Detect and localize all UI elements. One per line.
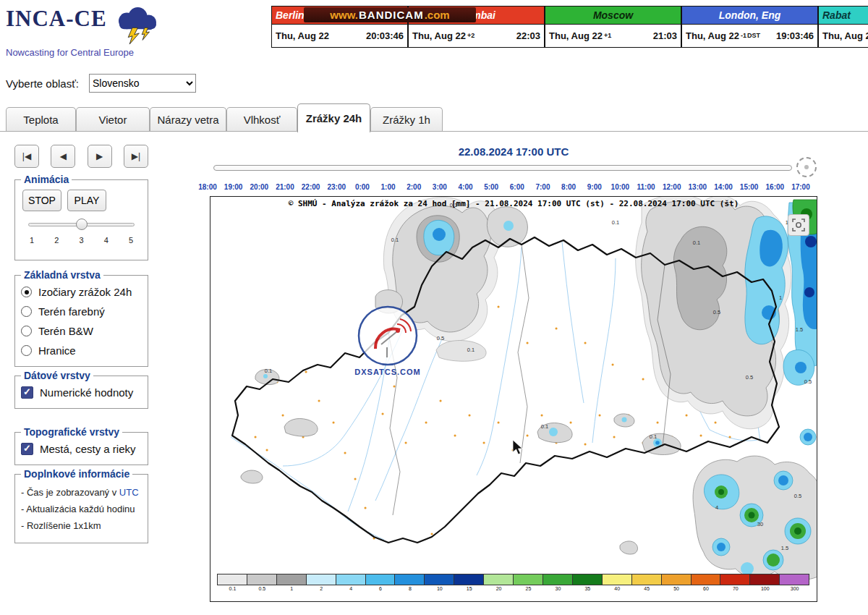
svg-text:1.5: 1.5	[796, 326, 803, 333]
clock-date: Thu, Aug 22	[686, 30, 739, 41]
numeric-values-option[interactable]: Numerické hodnoty	[21, 383, 142, 402]
utc-link[interactable]: UTC	[119, 487, 139, 498]
timeline-tick: 12:00	[663, 183, 681, 191]
svg-text:0.1: 0.1	[541, 423, 548, 430]
frame-navigation: |◀ ◀ ▶ ▶|	[14, 145, 148, 168]
svg-text:0.1: 0.1	[612, 219, 619, 226]
tab-zrazky-24h[interactable]: Zrážky 24h	[297, 103, 370, 132]
clock-city-label: Rabat	[822, 9, 851, 21]
animation-panel: Animácia STOP PLAY 1 2 3 4 5	[14, 174, 148, 260]
timeline-tick: 6:00	[510, 183, 524, 191]
clock-moscow: Moscow Thu, Aug 22+121:03	[545, 6, 681, 48]
base-layer-option[interactable]: Izočiary zrážok 24h	[21, 282, 142, 302]
clock-city-banner: London, Eng	[682, 7, 817, 25]
timeline-tick: 14:00	[714, 183, 733, 191]
tab-vlhkost[interactable]: Vlhkosť	[226, 107, 297, 132]
logo: INCA-CE Nowcasting for Central Europe	[6, 6, 163, 58]
radio-icon[interactable]	[21, 287, 32, 297]
speed-slider[interactable]	[28, 219, 135, 232]
tab-vietor[interactable]: Vietor	[76, 107, 150, 132]
precipitation-layer	[241, 197, 817, 580]
map-zoom-icon[interactable]	[788, 214, 809, 236]
first-frame-button[interactable]: |◀	[14, 145, 39, 168]
topo-layers-panel: Topografické vrstvy Mestá, cesty a rieky	[14, 426, 148, 465]
precipitation-map: 0.50.10.10.10.10.10.50.511.51.50.50.10.1…	[210, 197, 817, 602]
colorbar-step: 25	[514, 574, 543, 591]
topo-layers-checkbox[interactable]	[21, 443, 33, 455]
dxsatcs-watermark: DXSATCS.COM	[354, 307, 420, 376]
region-label: Vyberte oblasť:	[6, 77, 79, 90]
previous-frame-button[interactable]: ◀	[51, 145, 75, 168]
data-layers-panel: Dátové vrstvy Numerické hodnoty	[14, 370, 148, 409]
tab-teplota[interactable]: Teplota	[6, 107, 76, 132]
colorbar-step: 6	[366, 574, 396, 591]
map-panel[interactable]: © SHMÚ - Analýza zrážok za 24 hod [mm] -…	[210, 196, 817, 602]
base-layer-option[interactable]: Terén farebný	[21, 302, 142, 321]
timeline-tick: 22:00	[302, 183, 320, 191]
logo-subtitle: Nowcasting for Central Europe	[6, 47, 163, 58]
clock-rabat: Rabat Thu, Aug 22	[818, 6, 868, 48]
tab-narazy-vetra[interactable]: Nárazy vetra	[150, 107, 226, 132]
last-frame-button[interactable]: ▶|	[124, 145, 148, 168]
colorbar-step: 2	[307, 574, 336, 591]
topo-layers-option[interactable]: Mestá, cesty a rieky	[21, 439, 142, 459]
colorbar-step: 20	[484, 574, 514, 591]
data-layers-legend: Dátové vrstvy	[21, 370, 93, 381]
timeline-tick: 20:00	[250, 183, 269, 191]
colorbar-step: 15	[454, 574, 484, 591]
clock-city-label: Moscow	[593, 9, 633, 21]
timeline-tick: 9:00	[587, 183, 602, 191]
colorbar-step: 8	[395, 574, 425, 591]
colorbar-step: 40	[603, 574, 632, 591]
base-layer-option[interactable]: Terén B&W	[21, 321, 142, 341]
extra-info-panel: Doplnkové informácie - Čas je zobrazovan…	[14, 468, 148, 543]
speed-slider-thumb[interactable]	[76, 219, 88, 230]
radio-icon[interactable]	[21, 345, 32, 356]
clock-time: 21:03	[653, 30, 677, 41]
numeric-values-checkbox[interactable]	[21, 386, 33, 399]
clock-time: 20:03:46	[366, 30, 404, 41]
speed-scale: 1 2 3 4 5	[30, 236, 133, 245]
animation-legend: Animácia	[21, 174, 72, 185]
svg-text:0.5: 0.5	[746, 374, 753, 381]
clock-time-row: Thu, Aug 22+121:03	[545, 25, 681, 46]
dxsatcs-label: DXSATCS.COM	[354, 368, 420, 376]
timeline-tick: 21:00	[276, 183, 294, 191]
tab-divider	[0, 131, 868, 132]
extra-info-legend: Doplnkové informácie	[21, 468, 132, 480]
svg-text:4: 4	[715, 504, 718, 511]
colorbar-step: 50	[662, 574, 692, 591]
clock-city-label: London, Eng	[719, 9, 781, 21]
timeline-tick: 2:00	[407, 183, 421, 191]
radio-icon[interactable]	[21, 326, 32, 336]
time-slider-track[interactable]	[213, 165, 792, 171]
clock-time: 19:03:46	[776, 30, 814, 41]
colorbar-step: 1	[277, 574, 307, 591]
option-label: Numerické hodnoty	[40, 386, 133, 399]
svg-text:0.5: 0.5	[713, 309, 720, 315]
stop-button[interactable]: STOP	[22, 190, 61, 211]
option-label: Mestá, cesty a rieky	[40, 443, 136, 455]
svg-text:30: 30	[757, 521, 763, 527]
base-layer-option[interactable]: Hranice	[21, 341, 142, 360]
option-label: Terén B&W	[38, 325, 93, 337]
play-button[interactable]: PLAY	[67, 190, 106, 211]
timeline-tick: 10:00	[611, 183, 630, 191]
logo-title: INCA-CE	[6, 6, 107, 32]
svg-text:1.5: 1.5	[781, 545, 788, 551]
colorbar-step: 300	[780, 574, 809, 591]
mouse-cursor	[513, 440, 522, 454]
world-clock-bar: Berlin Thu, Aug 2220:03:46 Mumbai Thu, A…	[271, 6, 868, 48]
colorbar-step: 60	[692, 574, 721, 591]
clock-city-label: Berlin	[276, 9, 305, 21]
timeline-tick: 18:00	[198, 183, 217, 191]
time-slider-handle[interactable]	[796, 157, 817, 177]
svg-text:0.1: 0.1	[265, 368, 272, 374]
radio-icon[interactable]	[21, 306, 32, 317]
next-frame-button[interactable]: ▶	[88, 145, 112, 168]
svg-text:0.1: 0.1	[650, 433, 657, 440]
clock-date: Thu, Aug 22	[822, 30, 868, 41]
tab-zrazky-1h[interactable]: Zrážky 1h	[370, 107, 443, 132]
clock-time-row: Thu, Aug 22-1DST19:03:46	[682, 25, 817, 46]
region-select[interactable]: Slovensko	[89, 74, 196, 93]
